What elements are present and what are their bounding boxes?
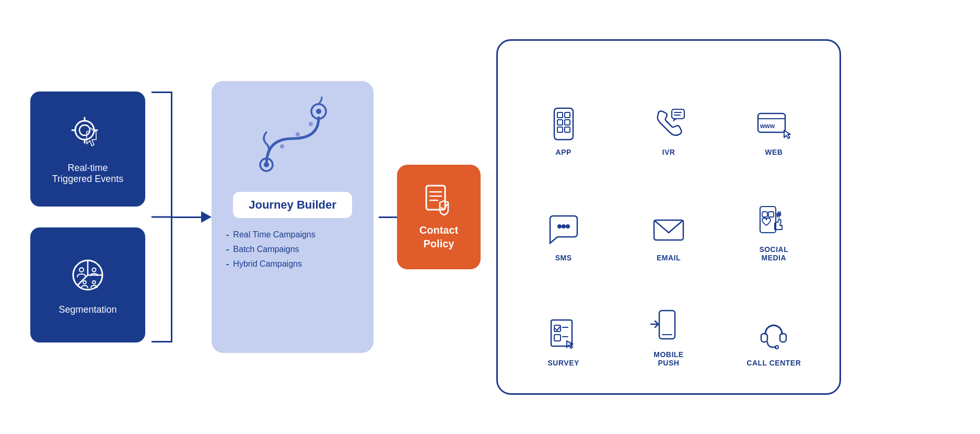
svg-point-10	[79, 268, 84, 272]
svg-rect-30	[557, 127, 563, 132]
channel-survey: SURVEY	[514, 272, 613, 372]
app-icon	[545, 105, 582, 143]
svg-rect-26	[557, 112, 563, 118]
mobile-push-icon	[650, 307, 687, 345]
ivr-label: IVR	[662, 148, 675, 156]
channel-email: EMAIL	[619, 167, 718, 267]
svg-line-9	[77, 275, 88, 285]
svg-point-57	[775, 346, 778, 349]
call-center-icon	[755, 316, 792, 353]
cursor-icon	[67, 113, 109, 155]
channel-social: # SOCIAL MEDIA	[724, 167, 824, 267]
journey-icon-area	[226, 97, 359, 180]
channel-mobile-push: MOBILE PUSH	[619, 272, 718, 372]
social-label: SOCIAL MEDIA	[759, 245, 788, 262]
call-center-label: CALL CENTER	[746, 359, 801, 367]
journey-title: Journey Builder	[233, 192, 352, 218]
sms-icon	[545, 211, 582, 248]
journey-list-item: Real Time Campaigns	[226, 227, 359, 242]
svg-point-39	[557, 224, 562, 229]
svg-point-41	[566, 224, 570, 229]
channel-sms: SMS	[514, 167, 613, 267]
svg-text:#: #	[777, 210, 781, 219]
svg-point-19	[296, 132, 300, 136]
main-diagram: Real-time Triggered Events Segmentatio	[30, 18, 950, 416]
svg-point-13	[92, 281, 96, 284]
svg-point-11	[92, 268, 96, 271]
journey-builder-box: Journey Builder Real Time Campaigns Batc…	[212, 81, 374, 353]
journey-list: Real Time Campaigns Batch Campaigns Hybr…	[226, 227, 359, 271]
svg-rect-56	[780, 334, 786, 342]
svg-rect-55	[761, 334, 767, 342]
email-label: EMAIL	[657, 254, 681, 262]
mobile-push-label: MOBILE PUSH	[654, 350, 683, 367]
channel-app: APP	[514, 62, 613, 162]
svg-point-20	[309, 122, 313, 126]
channel-web: www WEB	[724, 62, 824, 162]
svg-point-1	[79, 125, 90, 135]
email-icon	[650, 211, 687, 248]
svg-rect-49	[554, 335, 561, 341]
svg-point-40	[562, 224, 566, 229]
realtime-label: Real-time Triggered Events	[52, 163, 123, 185]
left-connector	[151, 92, 172, 342]
segmentation-label: Segmentation	[59, 304, 116, 315]
contact-policy-box: Contact Policy	[397, 165, 481, 269]
web-icon: www	[755, 105, 792, 143]
sms-label: SMS	[555, 254, 572, 262]
svg-rect-33	[672, 109, 684, 119]
realtime-box: Real-time Triggered Events	[30, 92, 145, 207]
web-label: WEB	[765, 148, 783, 156]
journey-list-item: Batch Campaigns	[226, 242, 359, 257]
social-media-icon: #	[755, 202, 792, 240]
journey-list-item: Hybrid Campaigns	[226, 257, 359, 271]
svg-point-12	[83, 281, 86, 284]
svg-rect-29	[565, 120, 570, 125]
svg-rect-21	[426, 186, 445, 210]
svg-rect-31	[565, 127, 570, 132]
left-column: Real-time Triggered Events Segmentatio	[30, 92, 145, 342]
app-label: APP	[556, 148, 571, 156]
segmentation-icon	[67, 255, 109, 297]
channels-box: APP IVR www	[496, 39, 841, 395]
svg-point-18	[280, 144, 284, 149]
svg-point-17	[316, 109, 321, 114]
svg-point-15	[264, 162, 269, 167]
svg-point-0	[75, 121, 94, 140]
segmentation-box: Segmentation	[30, 227, 145, 342]
contact-policy-label: Contact Policy	[419, 223, 458, 250]
svg-text:www: www	[760, 122, 775, 130]
svg-rect-28	[557, 120, 563, 125]
svg-rect-44	[762, 212, 767, 217]
ivr-icon	[650, 105, 687, 143]
svg-rect-27	[565, 112, 570, 118]
survey-icon	[545, 316, 582, 353]
channel-call-center: CALL CENTER	[724, 272, 824, 372]
svg-rect-45	[768, 212, 774, 217]
channel-ivr: IVR	[619, 62, 718, 162]
arrow-to-journey	[172, 211, 212, 223]
contact-policy-icon	[422, 184, 456, 217]
survey-label: SURVEY	[548, 359, 579, 367]
journey-map-icon	[240, 97, 345, 180]
